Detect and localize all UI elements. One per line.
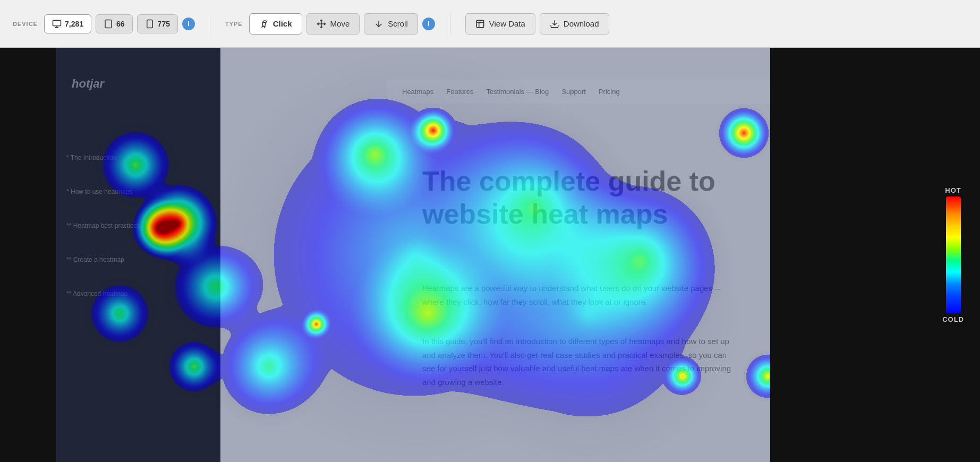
nav-item-4: Support — [561, 88, 586, 96]
main-content: hotjar * The Introduction * How to use h… — [0, 48, 980, 462]
website-background: hotjar * The Introduction * How to use h… — [56, 48, 773, 462]
website-sidebar: hotjar * The Introduction * How to use h… — [56, 48, 220, 462]
move-label: Move — [330, 19, 350, 28]
scroll-label: Scroll — [388, 19, 408, 28]
site-heading: The complete guide to website heat maps — [422, 165, 741, 231]
legend-bar — [946, 196, 961, 313]
desktop-count: 7,281 — [65, 20, 83, 28]
view-data-label: View Data — [489, 19, 525, 28]
sidebar-item-4: ** Create a heatmap — [66, 256, 210, 263]
left-panel — [0, 48, 56, 462]
divider-1 — [210, 13, 210, 35]
click-button[interactable]: Click — [249, 13, 302, 35]
legend-hot-label: HOT — [945, 186, 961, 194]
sidebar-item-5: ** Advanced heatmap — [66, 290, 210, 297]
site-nav: Heatmaps Features Testimonials — Blog Su… — [386, 80, 773, 104]
sidebar-item-2: * How to use heatmaps — [66, 188, 210, 195]
mobile-icon — [145, 19, 155, 29]
site-paragraph1: Heatmaps are a powerful way to understan… — [422, 281, 741, 309]
sidebar-item-1: * The Introduction — [66, 154, 210, 161]
download-button[interactable]: Download — [540, 13, 609, 35]
download-label: Download — [564, 19, 599, 28]
website-content: Heatmaps Features Testimonials — Blog Su… — [220, 48, 773, 462]
move-button[interactable]: Move — [306, 13, 360, 35]
desktop-icon — [52, 19, 62, 29]
nav-item-5: Pricing — [599, 88, 620, 96]
view-data-button[interactable]: View Data — [465, 13, 535, 35]
svg-rect-10 — [476, 20, 484, 28]
move-icon — [317, 19, 326, 29]
toolbar: DEVICE 7,281 66 775 i — [0, 0, 980, 48]
heat-legend: HOT COLD — [942, 186, 964, 323]
tablet-icon — [104, 19, 113, 29]
click-label: Click — [273, 19, 292, 28]
device-section: DEVICE 7,281 66 775 i — [13, 14, 195, 33]
view-data-icon — [475, 19, 485, 29]
sidebar-item-3: ** Heatmap best practices — [66, 222, 210, 229]
sidebar-items: * The Introduction * How to use heatmaps… — [66, 154, 210, 297]
device-desktop-button[interactable]: 7,281 — [44, 14, 91, 33]
heatmap-container: hotjar * The Introduction * How to use h… — [56, 48, 773, 462]
svg-rect-0 — [53, 20, 61, 26]
type-label: TYPE — [225, 21, 243, 27]
right-panel: HOT COLD — [770, 48, 980, 462]
device-mobile-button[interactable]: 775 — [137, 14, 178, 33]
svg-rect-5 — [147, 20, 152, 28]
info-icon: i — [188, 20, 190, 28]
type-section: TYPE Click Move Scroll i — [225, 13, 435, 35]
mobile-count: 775 — [158, 20, 170, 28]
device-label: DEVICE — [13, 21, 38, 27]
tablet-count: 66 — [116, 20, 125, 28]
divider-2 — [450, 13, 450, 35]
device-tablet-button[interactable]: 66 — [96, 14, 133, 33]
device-info-button[interactable]: i — [182, 18, 195, 30]
svg-rect-3 — [105, 20, 112, 28]
site-logo: hotjar — [72, 77, 104, 91]
scroll-button[interactable]: Scroll — [364, 13, 418, 35]
type-info-icon: i — [428, 20, 430, 28]
legend-cold-label: COLD — [942, 315, 964, 323]
nav-item-3: Testimonials — Blog — [487, 88, 549, 96]
download-icon — [550, 19, 559, 29]
type-info-button[interactable]: i — [422, 18, 435, 30]
nav-item-2: Features — [446, 88, 473, 96]
scroll-icon — [374, 19, 384, 29]
site-paragraph2: In this guide, you'll find an introducti… — [422, 335, 741, 389]
nav-item-1: Heatmaps — [402, 88, 433, 96]
action-section: View Data Download — [465, 13, 609, 35]
click-icon — [259, 19, 269, 29]
